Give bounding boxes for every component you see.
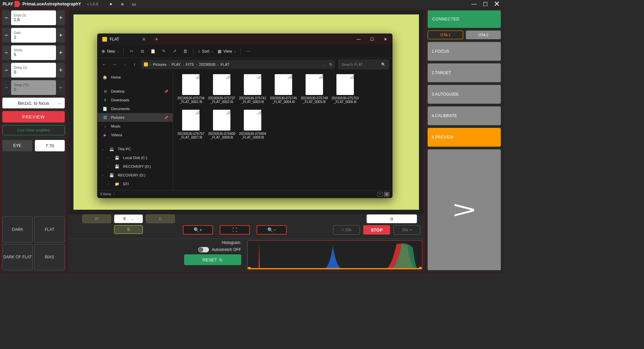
close-icon[interactable]: ✕ [493, 0, 500, 8]
gain-minus[interactable]: − [2, 28, 10, 43]
reset-button[interactable]: RESET ↻ [184, 254, 241, 265]
file-item[interactable]: 20230530-075741_FLAT_0003.fit [238, 74, 267, 108]
histogram-slider[interactable] [248, 268, 422, 269]
darkflat-button[interactable]: DARK OF FLAT [2, 244, 33, 270]
zoom-in-button[interactable]: 🔍+ [183, 225, 213, 235]
gain-value[interactable]: 1 [14, 35, 53, 40]
sidebar-desktop[interactable]: 🖥Desktop📌 [98, 87, 173, 96]
sidebar-documents[interactable]: 📄Documents [98, 104, 173, 113]
file-item[interactable]: 20230530-075745_FLAT_0004.fit [269, 74, 298, 108]
step-focus[interactable]: 1.FOCUS [428, 42, 501, 61]
sidebar-localdisk[interactable]: ›💾Local Disk (C:) [98, 153, 173, 162]
sidebar-videos[interactable]: ▶Videos [98, 131, 173, 139]
delay-value[interactable]: 0 [14, 69, 53, 74]
file-item[interactable]: 20230530-075800_FLAT_0008.fit [207, 110, 236, 143]
fit-button[interactable]: ⛶ [220, 225, 250, 235]
bias-button[interactable]: BIAS [34, 244, 65, 270]
nav-east[interactable]: E [146, 214, 175, 223]
explorer-maximize-icon[interactable]: ☐ [365, 34, 379, 45]
gain-plus[interactable]: + [57, 28, 65, 43]
new-button[interactable]: ⊕New⌵ [102, 49, 119, 54]
expo-plus[interactable]: + [57, 10, 65, 25]
explorer-titlebar[interactable]: FLAT ✕ + — ☐ ✕ [98, 34, 392, 45]
expo-minus[interactable]: − [2, 10, 10, 25]
crumb-play[interactable]: PLAY [171, 62, 180, 66]
chevron-down-icon[interactable]: ⌵ [323, 63, 325, 66]
ota2-button[interactable]: OTA 2 [466, 31, 501, 39]
rate-select[interactable]: 9 ⌵ [114, 214, 143, 223]
delete-icon[interactable]: 🗑 [182, 48, 188, 54]
file-item[interactable]: 20230530-075804_FLAT_0009.fit [238, 110, 267, 143]
refresh-icon[interactable]: ↻ [329, 62, 332, 67]
stop-button[interactable]: STOP [363, 225, 390, 235]
crumb-pictures[interactable]: Pictures [153, 62, 166, 66]
new-tab-button[interactable]: + [155, 36, 158, 43]
paste-icon[interactable]: 📋 [150, 48, 156, 54]
breadcrumb[interactable]: › Pictures› PLAY› FITS› 20230530› FLAT ⌵… [141, 60, 335, 69]
step-target[interactable]: 2.TARGET [428, 63, 501, 82]
file-explorer-window[interactable]: FLAT ✕ + — ☐ ✕ ⊕New⌵ ✂ ⧉ 📋 ✎ ↗ 🗑 ↕Sort⌵ … [97, 34, 392, 198]
crumb-flat[interactable]: FLAT [221, 62, 229, 66]
icons-view-icon[interactable]: ▦ [384, 192, 389, 197]
file-item[interactable]: 20230530-075749_FLAT_0005.fit [300, 74, 329, 108]
crumb-date[interactable]: 20230530 [199, 62, 215, 66]
shots-plus[interactable]: + [57, 45, 65, 60]
rename-icon[interactable]: ✎ [161, 48, 167, 54]
view-button[interactable]: ▦View⌵ [218, 49, 236, 54]
ota1-button[interactable]: OTA 1 [428, 31, 463, 39]
settings-icon[interactable]: ≡ [120, 1, 125, 7]
delay-plus[interactable]: + [57, 63, 65, 78]
nav-south[interactable]: S [114, 225, 143, 234]
shots-minus[interactable]: − [2, 45, 10, 60]
sidebar-recovery1[interactable]: ›💾RECOVERY (D:) [98, 162, 173, 171]
sidebar-thispc[interactable]: ⌵💻This PC [98, 145, 173, 153]
histogram-chart[interactable] [247, 240, 422, 269]
save-icon[interactable]: ▭ [131, 1, 137, 7]
sidebar-efi[interactable]: ›📁EFI [98, 180, 173, 188]
sidebar-home[interactable]: 🏠Home [98, 73, 173, 82]
file-item[interactable]: 20230530-075753_FLAT_0006.fit [331, 74, 360, 108]
speed-more-button[interactable]: 10x > [393, 225, 420, 235]
explorer-tab[interactable]: FLAT ✕ [98, 34, 151, 45]
explorer-close-icon[interactable]: ✕ [379, 34, 392, 45]
file-item[interactable]: 20230530-075757_FLAT_0007.fit [176, 110, 205, 143]
nav-back-icon[interactable]: ← [101, 62, 108, 67]
sidebar-downloads[interactable]: ⬇Downloads [98, 96, 173, 104]
explorer-minimize-icon[interactable]: — [352, 34, 365, 45]
flat-button[interactable]: FLAT [34, 216, 65, 243]
crumb-fits[interactable]: FITS [186, 62, 194, 66]
autostretch-toggle[interactable] [198, 247, 209, 252]
nav-west[interactable]: W [82, 214, 111, 223]
tab-close-icon[interactable]: ✕ [142, 37, 146, 42]
delay-minus[interactable]: − [2, 63, 10, 78]
bin-select[interactable]: Bin1x1: to focus [2, 98, 65, 108]
expo-value[interactable]: 1.6 [14, 17, 53, 22]
step-preview[interactable]: 5.PREVIEW [428, 128, 501, 147]
cut-icon[interactable]: ✂ [128, 48, 135, 54]
telescope-icon[interactable]: ✦ [108, 1, 114, 7]
eye-button[interactable]: EYE [2, 140, 32, 151]
dark-button[interactable]: DARK [2, 216, 33, 243]
nav-forward-icon[interactable]: → [111, 62, 118, 67]
explorer-content[interactable]: 20230530-075734_FLAT_0001.fit20230530-07… [173, 71, 392, 190]
share-icon[interactable]: ↗ [171, 48, 177, 54]
histogram-handle-left[interactable] [248, 267, 251, 269]
sidebar-pictures[interactable]: 🖼Pictures📌 [98, 113, 173, 122]
histogram-handle-right[interactable] [419, 267, 422, 269]
sidebar-music[interactable]: ♪Music [98, 122, 173, 131]
preview-button[interactable]: PREVIEW [2, 111, 65, 122]
sort-button[interactable]: ↕Sort⌵ [198, 49, 213, 54]
details-view-icon[interactable]: ≡ [377, 192, 383, 197]
nav-recent-icon[interactable]: ⌵ [121, 63, 128, 66]
more-icon[interactable]: ⋯ [246, 48, 252, 54]
nav-up-icon[interactable]: ↑ [131, 62, 138, 67]
search-input[interactable]: Search FLAT🔍 [338, 60, 389, 69]
zoom-out-button[interactable]: 🔍− [257, 225, 287, 235]
speed-less-button[interactable]: < 10x [333, 225, 360, 235]
file-item[interactable]: 20230530-075734_FLAT_0001.fit [176, 74, 205, 108]
step-autoguide[interactable]: 3.AUTOGUIDE [428, 85, 501, 104]
sidebar-recovery2[interactable]: ⌵💾RECOVERY (D:) [98, 171, 173, 180]
maximize-icon[interactable]: ☐ [482, 0, 489, 8]
copy-icon[interactable]: ⧉ [139, 48, 145, 54]
file-item[interactable]: 20230530-075737_FLAT_0002.fit [207, 74, 236, 108]
